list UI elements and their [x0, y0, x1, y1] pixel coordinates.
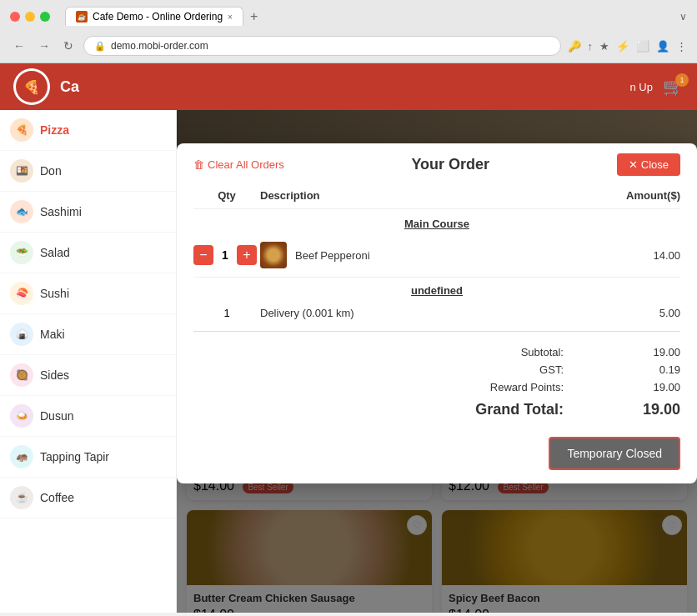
order-qty: − 1 + — [193, 245, 260, 265]
order-table-header: Qty Description Amount($) — [193, 183, 680, 209]
sidebar-item-tapping-tapir[interactable]: 🦛 Tapping Tapir — [0, 437, 176, 478]
content-area: ☰ ⊞ ♡ 1x Beef Pepperoni $14.00 Best Sell… — [177, 110, 697, 613]
sidebar-label-don: Don — [40, 164, 62, 178]
decrease-qty-button[interactable]: − — [193, 245, 213, 265]
grand-total-row: Grand Total: 19.00 — [177, 396, 697, 423]
tab-bar: ☕ Cafe Demo - Online Ordering × + — [65, 7, 264, 26]
qty-header: Qty — [193, 189, 260, 202]
sidebar-label-maki: Maki — [40, 328, 65, 341]
bookmark-icon: 🔑 — [568, 40, 581, 53]
chevron-down-icon: ∨ — [679, 11, 687, 23]
reward-points-value: 19.00 — [630, 381, 680, 393]
grand-total-label: Grand Total: — [464, 401, 564, 418]
close-modal-button[interactable]: ✕ Close — [617, 153, 680, 176]
sidebar-label-pizza: Pizza — [40, 123, 69, 137]
order-table: Qty Description Amount($) Main Course − … — [177, 183, 697, 326]
order-row-beef-pepperoni: − 1 + Beef Pepperoni 14.00 — [193, 233, 680, 278]
dusun-icon: 🍛 — [10, 404, 33, 428]
sidebar-label-coffee: Coffee — [40, 491, 74, 504]
tab-title: Cafe Demo - Online Ordering — [93, 11, 223, 23]
sidebar-item-sashimi[interactable]: 🐟 Sashimi — [0, 192, 176, 233]
sidebar-item-sides[interactable]: 🥘 Sides — [0, 355, 176, 396]
subtotal-value: 19.00 — [630, 346, 680, 358]
close-window-button[interactable] — [10, 12, 20, 22]
grand-total-value: 19.00 — [630, 401, 680, 418]
app-header: 🍕 Ca n Up 🛒 1 — [0, 63, 697, 110]
salad-icon: 🥗 — [10, 241, 33, 264]
coffee-icon: ☕ — [10, 486, 33, 509]
app-container: 🍕 Ca n Up 🛒 1 🍕 Pizza 🍱 Don 🐟 Sashimi — [0, 63, 697, 613]
order-item-name: Beef Pepperoni — [295, 249, 370, 262]
address-input[interactable]: 🔒 demo.mobi-order.com — [83, 36, 561, 56]
reward-points-row: Reward Points: 19.00 — [193, 378, 680, 396]
delivery-qty: 1 — [193, 307, 260, 319]
signup-button[interactable]: n Up — [630, 81, 653, 93]
main-layout: 🍕 Pizza 🍱 Don 🐟 Sashimi 🥗 Salad 🍣 Sushi … — [0, 110, 697, 613]
back-button[interactable]: ← — [10, 38, 28, 54]
trash-icon: 🗑 — [193, 158, 204, 171]
new-tab-button[interactable]: + — [243, 9, 264, 24]
order-item-amount: 14.00 — [597, 249, 680, 262]
delivery-description: Delivery (0.001 km) — [260, 307, 597, 319]
sidebar-item-dusun[interactable]: 🍛 Dusun — [0, 396, 176, 437]
sidebar-item-coffee[interactable]: ☕ Coffee — [0, 478, 176, 518]
sushi-icon: 🍣 — [10, 282, 33, 305]
address-bar: ← → ↻ 🔒 demo.mobi-order.com 🔑 ↑ ★ ⚡ ⬜ 👤 … — [0, 33, 697, 63]
subtotal-row: Subtotal: 19.00 — [193, 343, 680, 361]
subtotal-label: Subtotal: — [464, 346, 564, 358]
sidebar-label-sides: Sides — [40, 368, 69, 382]
star-icon: ★ — [599, 40, 609, 53]
window-icon: ⬜ — [636, 40, 649, 53]
maki-icon: 🍙 — [10, 323, 33, 346]
share-icon: ↑ — [588, 40, 594, 53]
qty-number: 1 — [218, 248, 232, 262]
don-icon: 🍱 — [10, 159, 33, 183]
header-title: Ca — [60, 78, 630, 96]
gst-value: 0.19 — [630, 363, 680, 376]
temporary-closed-button[interactable]: Temporary Closed — [549, 437, 680, 470]
description-header: Description — [260, 189, 597, 202]
sidebar-item-sushi[interactable]: 🍣 Sushi — [0, 273, 176, 314]
modal-title: Your Order — [284, 156, 617, 173]
sidebar-label-sashimi: Sashimi — [40, 205, 82, 218]
gst-label: GST: — [464, 363, 564, 376]
sidebar-item-pizza[interactable]: 🍕 Pizza — [0, 110, 176, 151]
minimize-window-button[interactable] — [25, 12, 35, 22]
header-logo-inner: 🍕 — [16, 71, 48, 103]
sides-icon: 🥘 — [10, 363, 33, 387]
modal-footer: Temporary Closed — [177, 423, 697, 483]
amount-header: Amount($) — [597, 189, 680, 202]
sidebar-label-salad: Salad — [40, 246, 70, 259]
clear-label: Clear All Orders — [208, 158, 284, 171]
reload-button[interactable]: ↻ — [60, 38, 77, 54]
sidebar-item-don[interactable]: 🍱 Don — [0, 151, 176, 192]
extension-icon: ⚡ — [616, 40, 629, 53]
title-bar: ☕ Cafe Demo - Online Ordering × + ∨ — [0, 0, 697, 33]
sidebar-label-sushi: Sushi — [40, 287, 69, 300]
forward-button[interactable]: → — [35, 38, 53, 54]
sidebar-item-salad[interactable]: 🥗 Salad — [0, 233, 176, 273]
header-actions: n Up 🛒 1 — [630, 77, 684, 97]
order-totals: Subtotal: 19.00 GST: 0.19 Reward Points:… — [177, 337, 697, 396]
cart-button[interactable]: 🛒 1 — [663, 77, 684, 97]
tab-close-button[interactable]: × — [228, 13, 233, 22]
browser-tab[interactable]: ☕ Cafe Demo - Online Ordering × — [65, 7, 243, 26]
sashimi-icon: 🐟 — [10, 200, 33, 223]
main-course-section: Main Course — [193, 209, 680, 233]
sidebar-item-maki[interactable]: 🍙 Maki — [0, 314, 176, 355]
maximize-window-button[interactable] — [40, 12, 50, 22]
profile-icon: 👤 — [656, 40, 669, 53]
gst-row: GST: 0.19 — [193, 361, 680, 378]
order-modal: 🗑 Clear All Orders Your Order ✕ Close Qt… — [177, 143, 697, 483]
pizza-icon: 🍕 — [10, 118, 33, 142]
close-icon: ✕ — [629, 158, 638, 171]
increase-qty-button[interactable]: + — [237, 245, 257, 265]
clear-all-orders-button[interactable]: 🗑 Clear All Orders — [193, 158, 284, 171]
modal-overlay: 🗑 Clear All Orders Your Order ✕ Close Qt… — [177, 110, 697, 613]
tapping-tapir-icon: 🦛 — [10, 445, 33, 468]
header-logo: 🍕 — [13, 68, 50, 105]
sidebar-label-tapping-tapir: Tapping Tapir — [40, 450, 109, 463]
browser-chrome: ☕ Cafe Demo - Online Ordering × + ∨ ← → … — [0, 0, 697, 63]
tab-favicon: ☕ — [76, 11, 88, 23]
undefined-section: undefined — [193, 278, 680, 300]
